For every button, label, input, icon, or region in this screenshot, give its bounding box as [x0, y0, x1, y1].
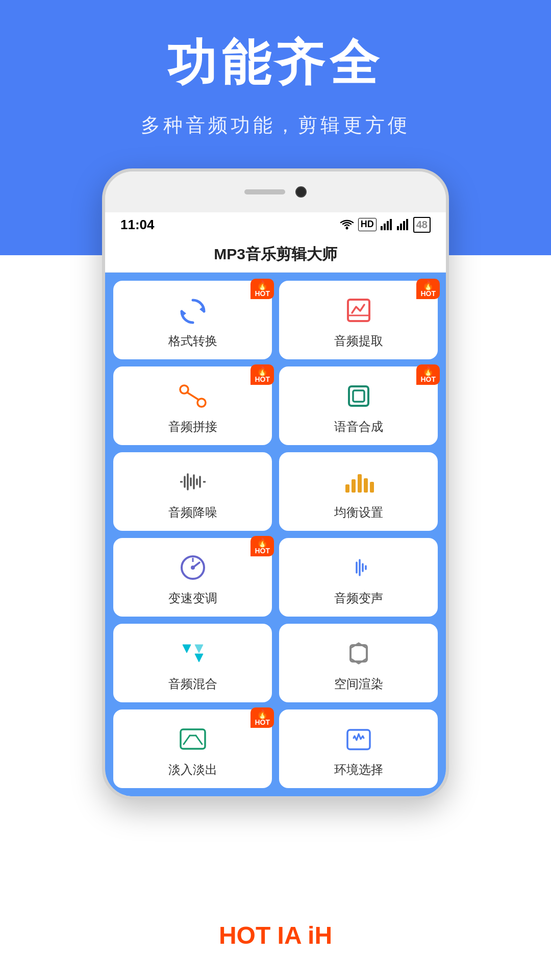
- svg-rect-27: [352, 479, 356, 493]
- grid-item-fade-inout[interactable]: HOT 淡入淡出: [113, 709, 272, 788]
- splice-icon: [178, 381, 208, 411]
- grid-item-audio-splice[interactable]: HOT 音频拼接: [113, 366, 272, 445]
- feature-grid: HOT 格式转换 HOT: [113, 281, 438, 788]
- header-section: 功能齐全 多种音频功能，剪辑更方便: [0, 31, 551, 138]
- voice-synthesis-label: 语音合成: [334, 419, 383, 435]
- hot-badge: HOT: [416, 279, 440, 299]
- header-subtitle: 多种音频功能，剪辑更方便: [0, 112, 551, 138]
- svg-line-49: [184, 736, 190, 744]
- voice-change-label: 音频变声: [334, 590, 383, 606]
- signal2-icon: [397, 219, 409, 230]
- header-title: 功能齐全: [0, 31, 551, 97]
- svg-marker-42: [195, 645, 203, 653]
- fade-icon: [178, 724, 208, 754]
- svg-rect-6: [400, 224, 402, 230]
- app-title: MP3音乐剪辑大师: [214, 244, 337, 265]
- phone-top: [105, 172, 446, 212]
- hot-badge: HOT: [251, 279, 274, 299]
- status-time: 11:04: [120, 217, 155, 233]
- fade-inout-label: 淡入淡出: [168, 762, 217, 778]
- env-select-label: 环境选择: [334, 762, 383, 778]
- format-convert-label: 格式转换: [168, 333, 217, 349]
- grid-area: HOT 格式转换 HOT: [105, 273, 446, 796]
- hot-text-bottom: HOT IA iH: [219, 921, 332, 949]
- svg-rect-26: [345, 484, 349, 493]
- hd-label: HD: [358, 218, 377, 231]
- spatial-icon: [343, 638, 374, 669]
- svg-rect-29: [364, 478, 368, 493]
- hot-text: HOT IA iH: [219, 921, 332, 949]
- extract-icon: [343, 295, 374, 326]
- equalizer-icon: [343, 467, 374, 497]
- battery-icon: 48: [413, 217, 431, 233]
- svg-rect-43: [350, 645, 367, 662]
- svg-rect-30: [370, 482, 374, 493]
- hot-badge: HOT: [251, 536, 274, 556]
- speed-icon: [178, 552, 208, 583]
- svg-rect-7: [403, 221, 405, 230]
- audio-splice-label: 音频拼接: [168, 419, 217, 435]
- svg-rect-3: [387, 221, 389, 230]
- spatial-render-label: 空间渲染: [334, 676, 383, 692]
- grid-item-env-select[interactable]: 环境选择: [279, 709, 438, 788]
- svg-rect-5: [397, 226, 399, 230]
- grid-item-noise-reduction[interactable]: 音频降噪: [113, 452, 272, 531]
- svg-point-34: [191, 566, 195, 570]
- hot-badge: HOT: [416, 364, 440, 385]
- svg-line-51: [196, 736, 202, 744]
- svg-rect-1: [381, 226, 383, 230]
- phone-speaker: [244, 189, 285, 194]
- svg-rect-2: [384, 224, 386, 230]
- grid-item-format-convert[interactable]: HOT 格式转换: [113, 281, 272, 359]
- hot-badge: HOT: [251, 707, 274, 728]
- hot-badge: HOT: [251, 364, 274, 385]
- svg-rect-17: [353, 390, 364, 402]
- grid-item-spatial-render[interactable]: 空间渲染: [279, 624, 438, 702]
- voicechange-icon: [343, 552, 374, 583]
- grid-item-audio-extract[interactable]: HOT 音频提取: [279, 281, 438, 359]
- grid-item-voice-change[interactable]: 音频变声: [279, 538, 438, 617]
- svg-rect-4: [390, 219, 392, 230]
- svg-rect-16: [349, 386, 368, 406]
- convert-icon: [178, 295, 208, 326]
- signal1-icon: [381, 219, 393, 230]
- grid-item-audio-mix[interactable]: 音频混合: [113, 624, 272, 702]
- speed-tune-label: 变速变调: [168, 590, 217, 606]
- env-icon: [343, 724, 374, 754]
- noise-icon: [178, 467, 208, 497]
- phone-frame: 11:04 HD: [102, 168, 449, 799]
- audio-extract-label: 音频提取: [334, 333, 383, 349]
- status-bar: 11:04 HD: [105, 212, 446, 237]
- grid-item-voice-synthesis[interactable]: HOT 语音合成: [279, 366, 438, 445]
- svg-marker-40: [183, 645, 191, 653]
- status-icons: HD 48: [340, 217, 431, 233]
- phone-camera: [295, 186, 307, 198]
- grid-item-speed-tune[interactable]: HOT 变速变调: [113, 538, 272, 617]
- svg-marker-41: [195, 654, 203, 662]
- equalizer-label: 均衡设置: [334, 504, 383, 521]
- synthesis-icon: [343, 381, 374, 411]
- phone-mockup: 11:04 HD: [102, 168, 449, 799]
- svg-rect-8: [406, 219, 408, 230]
- noise-reduction-label: 音频降噪: [168, 504, 217, 521]
- audio-mix-label: 音频混合: [168, 676, 217, 692]
- wifi-icon: [340, 219, 354, 230]
- svg-point-0: [345, 227, 348, 230]
- svg-rect-48: [181, 729, 205, 749]
- svg-rect-28: [358, 474, 362, 493]
- svg-line-15: [187, 393, 198, 400]
- svg-rect-52: [347, 730, 370, 749]
- mix-icon: [178, 638, 208, 669]
- app-title-bar: MP3音乐剪辑大师: [105, 237, 446, 273]
- grid-item-equalizer[interactable]: 均衡设置: [279, 452, 438, 531]
